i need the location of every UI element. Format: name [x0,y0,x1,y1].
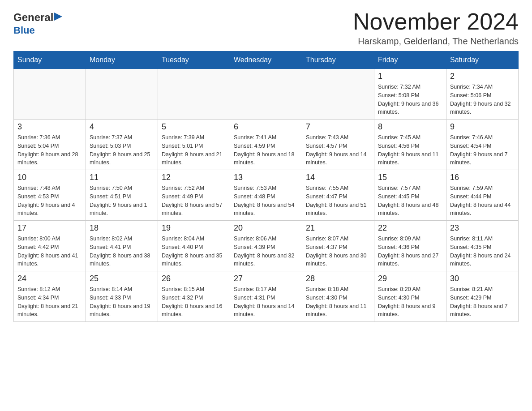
day-number: 21 [306,223,370,233]
calendar-cell: 16Sunrise: 7:59 AMSunset: 4:44 PMDayligh… [446,170,519,221]
day-number: 9 [450,122,515,132]
day-info: Sunrise: 7:34 AMSunset: 5:06 PMDaylight:… [450,83,515,116]
day-info: Sunrise: 8:20 AMSunset: 4:30 PMDaylight:… [378,285,442,319]
day-info: Sunrise: 8:15 AMSunset: 4:32 PMDaylight:… [162,285,226,319]
svg-marker-0 [54,13,62,21]
day-number: 28 [306,274,370,283]
calendar-cell: 17Sunrise: 8:00 AMSunset: 4:42 PMDayligh… [14,221,86,271]
calendar-cell [302,69,374,120]
calendar-cell: 8Sunrise: 7:45 AMSunset: 4:56 PMDaylight… [374,120,446,170]
calendar-cell: 19Sunrise: 8:04 AMSunset: 4:40 PMDayligh… [158,221,230,271]
calendar-cell: 13Sunrise: 7:53 AMSunset: 4:48 PMDayligh… [230,170,302,221]
day-number: 26 [162,274,226,283]
calendar-header-sunday: Sunday [14,51,86,69]
calendar-header-saturday: Saturday [446,51,519,69]
day-number: 25 [90,274,154,283]
day-info: Sunrise: 8:00 AMSunset: 4:42 PMDaylight:… [17,235,82,268]
calendar-cell: 5Sunrise: 7:39 AMSunset: 5:01 PMDaylight… [158,120,230,170]
calendar-header-wednesday: Wednesday [230,51,302,69]
calendar-table: SundayMondayTuesdayWednesdayThursdayFrid… [13,51,519,322]
calendar-week-row: 10Sunrise: 7:48 AMSunset: 4:53 PMDayligh… [14,170,519,221]
calendar-cell: 1Sunrise: 7:32 AMSunset: 5:08 PMDaylight… [374,69,446,120]
calendar-cell: 11Sunrise: 7:50 AMSunset: 4:51 PMDayligh… [86,170,158,221]
day-info: Sunrise: 7:43 AMSunset: 4:57 PMDaylight:… [306,133,370,167]
logo-general-text: General [13,11,53,24]
day-info: Sunrise: 7:41 AMSunset: 4:59 PMDaylight:… [234,133,298,167]
calendar-cell: 27Sunrise: 8:17 AMSunset: 4:31 PMDayligh… [230,271,302,322]
calendar-header-friday: Friday [374,51,446,69]
day-number: 12 [162,173,226,182]
day-number: 7 [306,122,370,132]
day-number: 15 [378,173,442,182]
day-number: 27 [234,274,298,283]
calendar-cell: 15Sunrise: 7:57 AMSunset: 4:45 PMDayligh… [374,170,446,221]
day-number: 6 [234,122,298,132]
day-info: Sunrise: 8:02 AMSunset: 4:41 PMDaylight:… [90,235,154,268]
day-info: Sunrise: 7:39 AMSunset: 5:01 PMDaylight:… [162,133,226,167]
calendar-cell: 21Sunrise: 8:07 AMSunset: 4:37 PMDayligh… [302,221,374,271]
day-number: 16 [450,173,515,182]
day-info: Sunrise: 7:46 AMSunset: 4:54 PMDaylight:… [450,133,515,167]
day-number: 5 [162,122,226,132]
day-number: 3 [17,122,82,132]
day-info: Sunrise: 8:14 AMSunset: 4:33 PMDaylight:… [90,285,154,319]
day-number: 11 [90,173,154,182]
calendar-header-monday: Monday [86,51,158,69]
day-info: Sunrise: 8:11 AMSunset: 4:35 PMDaylight:… [450,235,515,268]
calendar-week-row: 24Sunrise: 8:12 AMSunset: 4:34 PMDayligh… [14,271,519,322]
calendar-cell: 20Sunrise: 8:06 AMSunset: 4:39 PMDayligh… [230,221,302,271]
day-info: Sunrise: 8:09 AMSunset: 4:36 PMDaylight:… [378,235,442,268]
calendar-cell: 28Sunrise: 8:18 AMSunset: 4:30 PMDayligh… [302,271,374,322]
day-info: Sunrise: 7:53 AMSunset: 4:48 PMDaylight:… [234,184,298,218]
day-number: 23 [450,223,515,233]
calendar-header-thursday: Thursday [302,51,374,69]
day-info: Sunrise: 8:07 AMSunset: 4:37 PMDaylight:… [306,235,370,268]
day-number: 20 [234,223,298,233]
day-number: 29 [378,274,442,283]
day-number: 14 [306,173,370,182]
calendar-cell: 2Sunrise: 7:34 AMSunset: 5:06 PMDaylight… [446,69,519,120]
day-info: Sunrise: 7:52 AMSunset: 4:49 PMDaylight:… [162,184,226,218]
day-number: 24 [17,274,82,283]
calendar-cell [158,69,230,120]
calendar-cell: 14Sunrise: 7:55 AMSunset: 4:47 PMDayligh… [302,170,374,221]
day-info: Sunrise: 8:18 AMSunset: 4:30 PMDaylight:… [306,285,370,319]
calendar-cell: 29Sunrise: 8:20 AMSunset: 4:30 PMDayligh… [374,271,446,322]
day-number: 17 [17,223,82,233]
calendar-cell: 9Sunrise: 7:46 AMSunset: 4:54 PMDaylight… [446,120,519,170]
month-title: November 2024 [353,9,519,34]
calendar-header-row: SundayMondayTuesdayWednesdayThursdayFrid… [14,51,519,69]
calendar-cell: 3Sunrise: 7:36 AMSunset: 5:04 PMDaylight… [14,120,86,170]
calendar-cell: 12Sunrise: 7:52 AMSunset: 4:49 PMDayligh… [158,170,230,221]
day-number: 13 [234,173,298,182]
calendar-cell: 26Sunrise: 8:15 AMSunset: 4:32 PMDayligh… [158,271,230,322]
day-info: Sunrise: 8:21 AMSunset: 4:29 PMDaylight:… [450,285,515,319]
calendar-cell [86,69,158,120]
day-number: 19 [162,223,226,233]
calendar-week-row: 1Sunrise: 7:32 AMSunset: 5:08 PMDaylight… [14,69,519,120]
calendar-cell: 22Sunrise: 8:09 AMSunset: 4:36 PMDayligh… [374,221,446,271]
day-number: 8 [378,122,442,132]
title-area: November 2024 Harskamp, Gelderland, The … [353,9,519,47]
calendar-cell: 18Sunrise: 8:02 AMSunset: 4:41 PMDayligh… [86,221,158,271]
day-number: 1 [378,72,442,81]
calendar-cell: 23Sunrise: 8:11 AMSunset: 4:35 PMDayligh… [446,221,519,271]
calendar-cell: 7Sunrise: 7:43 AMSunset: 4:57 PMDaylight… [302,120,374,170]
day-number: 22 [378,223,442,233]
day-info: Sunrise: 7:37 AMSunset: 5:03 PMDaylight:… [90,133,154,167]
day-info: Sunrise: 7:55 AMSunset: 4:47 PMDaylight:… [306,184,370,218]
logo-triangle-icon [54,13,62,21]
day-number: 10 [17,173,82,182]
calendar-cell [230,69,302,120]
calendar-cell: 10Sunrise: 7:48 AMSunset: 4:53 PMDayligh… [14,170,86,221]
day-info: Sunrise: 7:36 AMSunset: 5:04 PMDaylight:… [17,133,82,167]
calendar-cell: 25Sunrise: 8:14 AMSunset: 4:33 PMDayligh… [86,271,158,322]
logo-blue-text: Blue [13,25,35,36]
calendar-cell [14,69,86,120]
day-info: Sunrise: 7:32 AMSunset: 5:08 PMDaylight:… [378,83,442,116]
day-number: 18 [90,223,154,233]
location-text: Harskamp, Gelderland, The Netherlands [353,36,519,47]
page-header: General Blue November 2024 Harskamp, Gel… [13,9,519,47]
day-info: Sunrise: 8:17 AMSunset: 4:31 PMDaylight:… [234,285,298,319]
calendar-cell: 24Sunrise: 8:12 AMSunset: 4:34 PMDayligh… [14,271,86,322]
